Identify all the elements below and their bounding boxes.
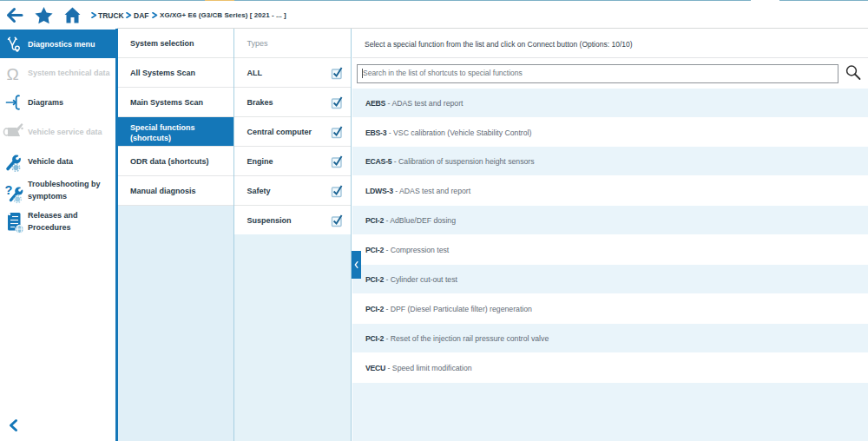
svg-text:?: ? [5,183,13,197]
svg-text:Ω: Ω [7,65,19,83]
